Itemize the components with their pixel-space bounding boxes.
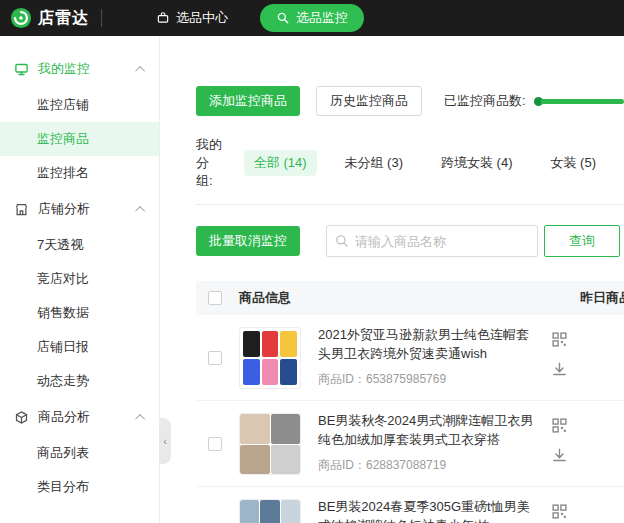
table-header: 商品信息 昨日商品 — [196, 281, 624, 315]
group-tab-crossborder-women[interactable]: 跨境女装 (4) — [431, 150, 523, 176]
product-id-value: 653875985769 — [366, 372, 446, 386]
sidebar-item-label: 动态走势 — [37, 372, 89, 390]
chevron-up-icon — [135, 65, 145, 75]
group-tab-ungrouped[interactable]: 未分组 (3) — [335, 150, 414, 176]
sidebar-section-shop-analysis[interactable]: 店铺分析 — [0, 190, 159, 228]
monitored-count-label: 已监控商品数: — [444, 92, 526, 110]
group-tab-all[interactable]: 全部 (14) — [244, 150, 317, 176]
section-label: 我的监控 — [38, 60, 90, 78]
nav-selection-monitor[interactable]: 选品监控 — [260, 4, 364, 32]
sidebar-item-label: 监控排名 — [37, 164, 89, 182]
progress-fill — [541, 99, 624, 104]
column-product-info: 商品信息 — [239, 289, 291, 307]
sidebar-collapse-handle[interactable]: ‹ — [159, 418, 171, 464]
sidebar-item-sales-data[interactable]: 销售数据 — [0, 296, 159, 330]
nav-selection-monitor-label: 选品监控 — [296, 9, 348, 27]
sidebar-item-product-list[interactable]: 商品列表 — [0, 436, 159, 470]
row-actions — [551, 503, 568, 523]
product-image[interactable] — [239, 327, 301, 389]
select-all-checkbox[interactable] — [208, 291, 222, 305]
sidebar-item-label: 商品列表 — [37, 444, 89, 462]
section-divider — [196, 204, 624, 205]
product-id-value: 628837088719 — [366, 458, 446, 472]
row-actions — [551, 331, 568, 378]
sidebar-item-label: 销售数据 — [37, 304, 89, 322]
app-logo[interactable]: 店雷达 — [10, 7, 89, 29]
download-icon[interactable] — [551, 361, 568, 378]
section-label: 店铺分析 — [38, 200, 90, 218]
product-text: BE男装秋冬2024男式潮牌连帽卫衣男纯色加绒加厚套装男式卫衣穿搭 商品ID：6… — [318, 401, 538, 474]
group-filter-row: 我的分组: 全部 (14) 未分组 (3) 跨境女装 (4) 女装 (5) — [196, 136, 624, 190]
product-id-label: 商品ID： — [318, 458, 366, 472]
sidebar-item-competitor-compare[interactable]: 竞店对比 — [0, 262, 159, 296]
sidebar-item-label: 竞店对比 — [37, 270, 89, 288]
column-yesterday: 昨日商品 — [580, 289, 624, 307]
toolbar: 添加监控商品 历史监控商品 已监控商品数: — [196, 86, 624, 116]
table-row: BE男装2024春夏季305G重磅t恤男美式纯棉潮牌纯色短袖青少年t恤 商品ID… — [196, 487, 624, 523]
product-image[interactable] — [239, 413, 301, 475]
row-checkbox[interactable] — [208, 351, 222, 365]
monitor-icon — [14, 62, 29, 77]
sidebar-item-label: 店铺日报 — [37, 338, 89, 356]
section-label: 商品分析 — [38, 408, 90, 426]
storefront-icon — [14, 202, 29, 217]
sidebar-section-product-analysis[interactable]: 商品分析 — [0, 398, 159, 436]
query-button[interactable]: 查询 — [544, 225, 620, 257]
sidebar-item-label: 监控商品 — [37, 130, 89, 148]
top-header: 店雷达 选品中心 选品监控 — [0, 0, 624, 36]
product-table: 商品信息 昨日商品 2021外贸亚马逊新款男士纯色连帽套头男卫衣跨境外贸速卖通w… — [196, 281, 624, 523]
add-monitor-product-button[interactable]: 添加监控商品 — [196, 86, 300, 116]
qrcode-icon[interactable] — [551, 331, 568, 348]
sidebar-item-shop-daily[interactable]: 店铺日报 — [0, 330, 159, 364]
product-title[interactable]: 2021外贸亚马逊新款男士纯色连帽套头男卫衣跨境外贸速卖通wish — [318, 326, 538, 364]
history-monitor-product-button[interactable]: 历史监控商品 — [316, 86, 422, 116]
sidebar-item-trend[interactable]: 动态走势 — [0, 364, 159, 398]
sidebar-item-label: 类目分布 — [37, 478, 89, 496]
nav-selection-center[interactable]: 选品中心 — [142, 0, 242, 36]
sidebar-item-monitor-product[interactable]: 监控商品 — [0, 122, 159, 156]
chevron-up-icon — [135, 205, 145, 215]
actions-row: 批量取消监控 查询 — [196, 225, 624, 257]
table-row: 2021外贸亚马逊新款男士纯色连帽套头男卫衣跨境外贸速卖通wish 商品ID：6… — [196, 315, 624, 401]
product-title[interactable]: BE男装2024春夏季305G重磅t恤男美式纯棉潮牌纯色短袖青少年t恤 — [318, 498, 538, 523]
logo-icon — [10, 7, 32, 29]
group-filter-label: 我的分组: — [196, 136, 224, 190]
search-icon — [335, 234, 349, 248]
qrcode-icon[interactable] — [551, 417, 568, 434]
row-checkbox[interactable] — [208, 437, 222, 451]
sidebar-item-7day-view[interactable]: 7天透视 — [0, 228, 159, 262]
sidebar-item-category-distribution[interactable]: 类目分布 — [0, 470, 159, 504]
main-content: 添加监控商品 历史监控商品 已监控商品数: 我的分组: 全部 (14) 未分组 … — [160, 36, 624, 523]
sidebar-item-monitor-rank[interactable]: 监控排名 — [0, 156, 159, 190]
header-divider — [101, 9, 102, 27]
row-actions — [551, 417, 568, 464]
qrcode-icon[interactable] — [551, 503, 568, 520]
product-text: 2021外贸亚马逊新款男士纯色连帽套头男卫衣跨境外贸速卖通wish 商品ID：6… — [318, 315, 538, 388]
search-input[interactable] — [355, 234, 529, 249]
briefcase-icon — [156, 11, 170, 25]
product-image[interactable] — [239, 499, 301, 523]
sidebar-item-label: 监控店铺 — [37, 96, 89, 114]
monitored-count-progress-bar — [534, 97, 624, 106]
app-window: 店雷达 选品中心 选品监控 — [0, 0, 624, 523]
sidebar-item-monitor-shop[interactable]: 监控店铺 — [0, 88, 159, 122]
sidebar-item-label: 7天透视 — [37, 236, 83, 254]
product-text: BE男装2024春夏季305G重磅t恤男美式纯棉潮牌纯色短袖青少年t恤 商品ID… — [318, 487, 538, 523]
nav-selection-center-label: 选品中心 — [176, 9, 228, 27]
product-id-label: 商品ID： — [318, 372, 366, 386]
app-title: 店雷达 — [38, 8, 89, 29]
product-id: 商品ID：653875985769 — [318, 371, 538, 388]
product-title[interactable]: BE男装秋冬2024男式潮牌连帽卫衣男纯色加绒加厚套装男式卫衣穿搭 — [318, 412, 538, 450]
product-id: 商品ID：628837088719 — [318, 457, 538, 474]
person-search-icon — [276, 11, 290, 25]
table-row: BE男装秋冬2024男式潮牌连帽卫衣男纯色加绒加厚套装男式卫衣穿搭 商品ID：6… — [196, 401, 624, 487]
download-icon[interactable] — [551, 447, 568, 464]
box-icon — [14, 410, 29, 425]
monitored-count: 已监控商品数: — [444, 92, 624, 110]
sidebar-section-my-monitor[interactable]: 我的监控 — [0, 50, 159, 88]
batch-cancel-monitor-button[interactable]: 批量取消监控 — [196, 226, 300, 256]
sidebar: 我的监控 监控店铺 监控商品 监控排名 店铺分析 — [0, 36, 160, 523]
group-tab-women[interactable]: 女装 (5) — [541, 150, 607, 176]
chevron-up-icon — [135, 413, 145, 423]
product-search-box — [326, 225, 538, 257]
